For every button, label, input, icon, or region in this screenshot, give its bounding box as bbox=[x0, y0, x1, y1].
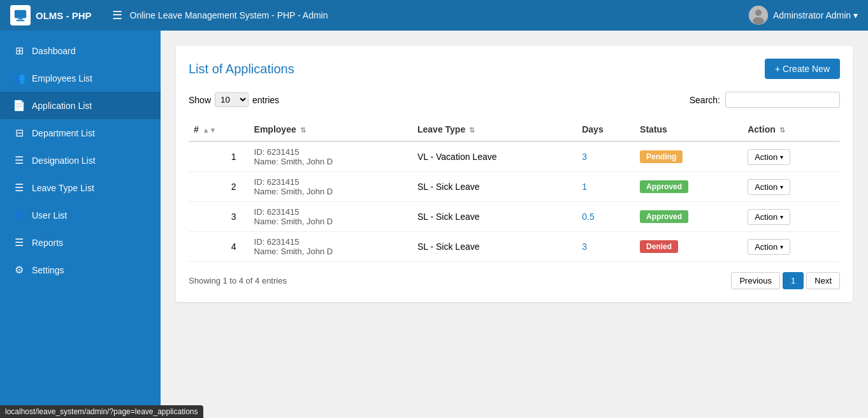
employee-name-1: Name: Smith, John D bbox=[254, 187, 407, 196]
employee-name-0: Name: Smith, John D bbox=[254, 157, 407, 166]
designation-icon: ☰ bbox=[13, 154, 25, 166]
create-new-button[interactable]: + Create New bbox=[765, 59, 840, 79]
col-num: # ▲▼ bbox=[189, 118, 249, 141]
employee-id-3: ID: 6231415 bbox=[254, 237, 407, 247]
sidebar-item-department-list[interactable]: ⊟ Department List bbox=[0, 119, 161, 147]
cell-employee-1: ID: 6231415 Name: Smith, John D bbox=[249, 172, 412, 202]
sidebar-label-employees-list: Employees List bbox=[32, 73, 92, 83]
pagination-page-1[interactable]: 1 bbox=[783, 272, 804, 289]
action-button-1[interactable]: Action bbox=[748, 179, 790, 195]
table-row: 1 ID: 6231415 Name: Smith, John D VL - V… bbox=[189, 141, 840, 172]
page-header: List of Applications + Create New bbox=[189, 59, 840, 79]
showing-info: Showing 1 to 4 of 4 entries bbox=[189, 276, 287, 285]
cell-num-1: 2 bbox=[189, 172, 249, 202]
col-employee: Employee ⇅ bbox=[249, 118, 412, 141]
employee-name-2: Name: Smith, John D bbox=[254, 217, 407, 226]
table-footer: Showing 1 to 4 of 4 entries Previous 1 N… bbox=[189, 272, 840, 289]
avatar-img bbox=[749, 6, 768, 25]
hamburger-icon[interactable]: ☰ bbox=[112, 8, 122, 22]
employee-name-3: Name: Smith, John D bbox=[254, 247, 407, 256]
sidebar-item-application-list[interactable]: 📄 Application List bbox=[0, 92, 161, 119]
cell-num-2: 3 bbox=[189, 202, 249, 232]
brand-icon bbox=[10, 5, 31, 25]
sort-leave-type-icon[interactable]: ⇅ bbox=[469, 126, 475, 134]
cell-employee-0: ID: 6231415 Name: Smith, John D bbox=[249, 141, 412, 172]
col-status: Status bbox=[635, 118, 742, 141]
cell-action-3: Action bbox=[742, 232, 840, 262]
sidebar-label-designation-list: Designation List bbox=[32, 155, 96, 166]
sort-action-icon[interactable]: ⇅ bbox=[779, 126, 785, 134]
status-badge-1: Approved bbox=[640, 180, 688, 193]
entries-label: entries bbox=[252, 95, 279, 105]
cell-num-3: 4 bbox=[189, 232, 249, 262]
status-badge-0: Pending bbox=[640, 150, 683, 163]
sidebar-item-settings[interactable]: ⚙ Settings bbox=[0, 256, 161, 284]
svg-rect-0 bbox=[15, 10, 26, 18]
show-select[interactable]: 10 25 50 100 bbox=[215, 92, 249, 107]
sidebar-item-leave-type-list[interactable]: ☰ Leave Type List bbox=[0, 174, 161, 201]
action-button-3[interactable]: Action bbox=[748, 239, 790, 255]
cell-leave-type-2: SL - Sick Leave bbox=[412, 202, 577, 232]
app-title: Online Leave Management System - PHP - A… bbox=[130, 10, 328, 20]
sort-num-icon[interactable]: ▲▼ bbox=[203, 126, 217, 134]
brand-name: OLMS - PHP bbox=[36, 10, 92, 21]
cell-num-0: 1 bbox=[189, 141, 249, 172]
sidebar-item-employees-list[interactable]: 👥 Employees List bbox=[0, 64, 161, 92]
avatar bbox=[749, 6, 768, 25]
action-button-0[interactable]: Action bbox=[748, 149, 790, 165]
cell-days-0: 3 bbox=[577, 141, 635, 172]
col-action: Action ⇅ bbox=[742, 118, 840, 141]
cell-action-1: Action bbox=[742, 172, 840, 202]
svg-point-4 bbox=[755, 10, 762, 16]
leave-type-icon: ☰ bbox=[13, 182, 25, 194]
search-label: Search: bbox=[690, 95, 720, 105]
cell-leave-type-3: SL - Sick Leave bbox=[412, 232, 577, 262]
col-leave-type: Leave Type ⇅ bbox=[412, 118, 577, 141]
search-box: Search: bbox=[690, 92, 840, 108]
topnav-right: Adminstrator Admin bbox=[749, 6, 858, 25]
pagination: Previous 1 Next bbox=[731, 272, 840, 289]
table-header-row: # ▲▼ Employee ⇅ Leave Type ⇅ Days Status… bbox=[189, 118, 840, 141]
table-row: 4 ID: 6231415 Name: Smith, John D SL - S… bbox=[189, 232, 840, 262]
action-button-2[interactable]: Action bbox=[748, 209, 790, 225]
cell-days-3: 3 bbox=[577, 232, 635, 262]
table-row: 2 ID: 6231415 Name: Smith, John D SL - S… bbox=[189, 172, 840, 202]
cell-status-2: Approved bbox=[635, 202, 742, 232]
cell-action-0: Action bbox=[742, 141, 840, 172]
cell-leave-type-1: SL - Sick Leave bbox=[412, 172, 577, 202]
admin-name[interactable]: Adminstrator Admin bbox=[773, 10, 858, 20]
svg-point-5 bbox=[753, 17, 764, 25]
application-icon: 📄 bbox=[13, 99, 25, 112]
settings-icon: ⚙ bbox=[13, 264, 25, 276]
page-card: List of Applications + Create New Show 1… bbox=[176, 46, 853, 302]
sidebar-item-dashboard[interactable]: ⊞ Dashboard bbox=[0, 37, 161, 64]
applications-table: # ▲▼ Employee ⇅ Leave Type ⇅ Days Status… bbox=[189, 118, 840, 262]
table-row: 3 ID: 6231415 Name: Smith, John D SL - S… bbox=[189, 202, 840, 232]
search-input[interactable] bbox=[725, 92, 840, 108]
employee-id-1: ID: 6231415 bbox=[254, 177, 407, 187]
sidebar-item-user-list[interactable]: 👤 User List bbox=[0, 201, 161, 229]
brand-svg bbox=[13, 8, 27, 22]
pagination-previous[interactable]: Previous bbox=[731, 272, 780, 289]
cell-employee-2: ID: 6231415 Name: Smith, John D bbox=[249, 202, 412, 232]
user-list-icon: 👤 bbox=[13, 209, 25, 221]
dashboard-icon: ⊞ bbox=[13, 45, 25, 57]
department-icon: ⊟ bbox=[13, 127, 25, 139]
table-controls: Show 10 25 50 100 entries Search: bbox=[189, 92, 840, 108]
cell-action-2: Action bbox=[742, 202, 840, 232]
sidebar-item-reports[interactable]: ☰ Reports bbox=[0, 229, 161, 256]
main-content: List of Applications + Create New Show 1… bbox=[161, 31, 868, 418]
sidebar-label-leave-type-list: Leave Type List bbox=[32, 183, 94, 193]
cell-status-0: Pending bbox=[635, 141, 742, 172]
cell-days-1: 1 bbox=[577, 172, 635, 202]
sidebar-item-designation-list[interactable]: ☰ Designation List bbox=[0, 147, 161, 174]
employees-icon: 👥 bbox=[13, 72, 25, 84]
cell-status-3: Denied bbox=[635, 232, 742, 262]
sidebar: ⊞ Dashboard 👥 Employees List 📄 Applicati… bbox=[0, 31, 161, 418]
show-entries: Show 10 25 50 100 entries bbox=[189, 92, 279, 107]
pagination-next[interactable]: Next bbox=[806, 272, 840, 289]
sort-employee-icon[interactable]: ⇅ bbox=[300, 126, 306, 134]
employee-id-2: ID: 6231415 bbox=[254, 207, 407, 217]
status-badge-3: Denied bbox=[640, 240, 678, 253]
cell-days-2: 0.5 bbox=[577, 202, 635, 232]
